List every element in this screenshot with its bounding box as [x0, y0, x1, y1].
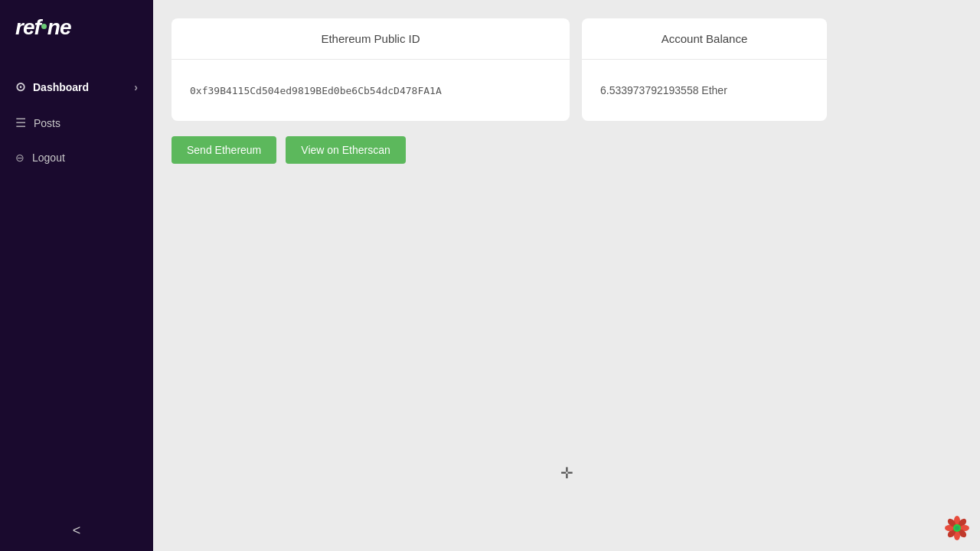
view-etherscan-button[interactable]: View on Etherscan — [286, 136, 405, 164]
ethereum-id-card-body: 0xf39B4115Cd504ed9819BEd0be6Cb54dcD478FA… — [172, 60, 570, 121]
ethereum-address: 0xf39B4115Cd504ed9819BEd0be6Cb54dcD478FA… — [190, 85, 442, 96]
sidebar-item-label: Posts — [34, 117, 138, 129]
balance-value: 6.533973792193558 Ether — [600, 84, 727, 96]
account-balance-card: Account Balance 6.533973792193558 Ether — [582, 18, 827, 121]
svg-point-10 — [955, 526, 959, 530]
sidebar: refne ⊙ Dashboard › ☰ Posts ⊖ Logout < — [0, 0, 153, 551]
ethereum-id-card-title: Ethereum Public ID — [172, 18, 570, 60]
crosshair-icon: ✛ — [560, 465, 573, 481]
flower-icon — [943, 514, 971, 542]
account-balance-card-body: 6.533973792193558 Ether — [582, 60, 827, 121]
main-content: Ethereum Public ID 0xf39B4115Cd504ed9819… — [153, 0, 980, 551]
dashboard-icon: ⊙ — [15, 80, 25, 94]
action-buttons: Send Ethereum View on Etherscan — [172, 136, 962, 164]
sidebar-nav: ⊙ Dashboard › ☰ Posts ⊖ Logout — [0, 63, 153, 510]
logout-icon: ⊖ — [15, 152, 24, 164]
logo-container: refne — [0, 0, 153, 63]
sidebar-item-posts[interactable]: ☰ Posts — [0, 106, 153, 139]
sidebar-item-dashboard[interactable]: ⊙ Dashboard › — [0, 70, 153, 103]
cards-row: Ethereum Public ID 0xf39B4115Cd504ed9819… — [172, 18, 962, 121]
posts-icon: ☰ — [15, 116, 26, 130]
collapse-sidebar-button[interactable]: < — [0, 510, 153, 551]
ethereum-id-card: Ethereum Public ID 0xf39B4115Cd504ed9819… — [172, 18, 570, 121]
send-ethereum-button[interactable]: Send Ethereum — [172, 136, 276, 164]
account-balance-card-title: Account Balance — [582, 18, 827, 60]
app-logo: refne — [15, 15, 70, 39]
sidebar-item-logout[interactable]: ⊖ Logout — [0, 142, 153, 173]
move-cursor-indicator: ✛ — [560, 464, 573, 482]
collapse-icon: < — [73, 523, 81, 538]
chevron-right-icon: › — [134, 81, 138, 93]
sidebar-item-label: Logout — [32, 152, 138, 164]
sidebar-item-label: Dashboard — [33, 81, 126, 93]
